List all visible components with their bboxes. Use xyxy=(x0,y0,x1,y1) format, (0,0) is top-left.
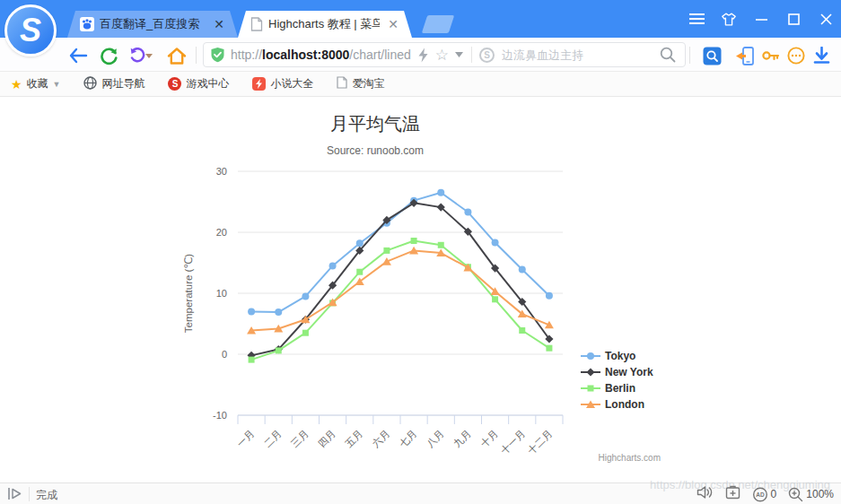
statusbar-tools: AD 0 100% xyxy=(696,483,834,504)
bookmark-site-navigation[interactable]: 网址导航 xyxy=(83,76,145,92)
data-point xyxy=(546,292,553,300)
chart-credit[interactable]: Highcharts.com xyxy=(599,453,661,463)
x-axis-label: 一月 xyxy=(234,428,256,449)
bookmarks-bar: ★ 收藏 ▼ 网址导航 S 游戏中心 小说大全 爱淘宝 xyxy=(0,72,841,97)
tab-baidu-translate[interactable]: 百度翻译_百度搜索 ✕ xyxy=(67,11,238,38)
maximize-button[interactable] xyxy=(785,11,802,27)
x-axis-label: 六月 xyxy=(370,428,391,449)
tab-highcharts-tutorial[interactable]: Highcharts 教程 | 菜鸟教 ✕ xyxy=(238,11,412,38)
ad-count: 0 xyxy=(771,488,777,500)
address-bar[interactable]: http://localhost:8000/chart/lined ☆ S xyxy=(203,42,686,67)
data-point xyxy=(492,296,498,302)
data-point xyxy=(382,257,391,265)
home-button[interactable] xyxy=(165,44,188,67)
tab-close-icon[interactable]: ✕ xyxy=(385,16,401,32)
toolbar-divider xyxy=(689,47,690,64)
password-key-icon[interactable] xyxy=(759,45,781,66)
send-to-phone-icon[interactable] xyxy=(734,45,756,66)
favorites-caret-icon: ▼ xyxy=(53,80,61,89)
data-point xyxy=(249,357,255,363)
data-point xyxy=(464,209,471,216)
game-center-icon: S xyxy=(168,77,181,91)
navigation-toolbar: http://localhost:8000/chart/lined ☆ S xyxy=(0,38,841,72)
x-axis-label: 八月 xyxy=(425,428,446,449)
legend-item-tokyo[interactable]: Tokyo xyxy=(580,348,653,364)
data-point xyxy=(276,347,282,353)
speaker-icon[interactable] xyxy=(696,485,714,503)
statusbar-divider xyxy=(29,487,30,501)
window-controls xyxy=(688,0,834,38)
field-divider xyxy=(471,47,472,63)
bookmark-favorites[interactable]: ★ 收藏 ▼ xyxy=(11,76,60,91)
data-point xyxy=(438,242,444,248)
legend-item-berlin[interactable]: Berlin xyxy=(580,380,653,396)
x-axis-label: 十月 xyxy=(478,428,500,449)
lightning-accelerate-icon[interactable] xyxy=(417,48,429,63)
url-host: localhost:8000 xyxy=(262,48,349,62)
close-button[interactable] xyxy=(818,11,834,27)
data-point xyxy=(546,345,552,352)
data-point xyxy=(492,239,499,247)
bookmark-label: 网址导航 xyxy=(101,76,145,91)
refresh-button[interactable] xyxy=(97,44,120,67)
favorites-star-icon: ★ xyxy=(11,78,22,91)
theme-skin-icon[interactable] xyxy=(721,11,737,27)
tab-close-icon[interactable]: ✕ xyxy=(211,16,227,32)
search-input[interactable] xyxy=(502,48,653,62)
tab-title: Highcharts 教程 | 菜鸟教 xyxy=(268,16,380,32)
bookmark-star-icon[interactable]: ☆ xyxy=(435,48,449,63)
ad-blocker-indicator[interactable]: AD 0 xyxy=(752,487,777,502)
x-axis-label: 十一月 xyxy=(498,428,527,456)
bookmark-aitaobao[interactable]: 爱淘宝 xyxy=(337,76,384,91)
menu-icon[interactable] xyxy=(688,11,705,27)
legend-item-new-york[interactable]: New York xyxy=(580,364,653,380)
bookmark-label: 小说大全 xyxy=(270,76,313,91)
legend-item-london[interactable]: London xyxy=(580,396,653,413)
page-icon xyxy=(337,76,347,91)
status-text: 完成 xyxy=(36,488,57,503)
bookmark-label: 收藏 xyxy=(27,76,48,91)
x-axis-label: 十二月 xyxy=(526,428,555,456)
data-point xyxy=(302,330,309,336)
data-point xyxy=(356,269,363,275)
screenshot-search-icon[interactable] xyxy=(701,45,723,66)
series-line-london xyxy=(251,250,549,330)
legend-marker-icon xyxy=(580,383,601,394)
temperature-line-chart: -100102030一月二月三月四月五月六月七月八月九月十月十一月十二月Temp… xyxy=(0,97,841,482)
new-tab-button[interactable] xyxy=(422,15,454,33)
site-security-shield-icon[interactable] xyxy=(210,47,225,63)
url-path: /chart/lined xyxy=(349,48,410,62)
bookmark-novels[interactable]: 小说大全 xyxy=(252,76,313,91)
minimize-button[interactable] xyxy=(753,11,769,27)
x-axis-label: 五月 xyxy=(343,428,364,449)
address-dropdown-caret[interactable] xyxy=(455,52,463,57)
sogou-logo[interactable]: S xyxy=(4,4,57,56)
legend-marker-icon xyxy=(580,367,601,378)
search-icon[interactable] xyxy=(660,47,676,63)
sidebar-expand-icon[interactable] xyxy=(7,486,23,504)
browser-viewport: 月平均气温 Source: runoob.com -100102030一月二月三… xyxy=(0,97,841,482)
legend-label: Berlin xyxy=(605,382,635,395)
x-axis-label: 三月 xyxy=(289,428,311,449)
data-point xyxy=(302,292,309,300)
bookmark-game-center[interactable]: S 游戏中心 xyxy=(168,76,229,91)
legend-marker-icon xyxy=(580,399,601,410)
x-axis-label: 九月 xyxy=(451,428,473,449)
statusbar: 完成 https://blog.csdn.net/chengqiuming AD… xyxy=(0,482,841,504)
data-point xyxy=(411,238,417,244)
more-tools-icon[interactable] xyxy=(785,45,807,66)
download-icon[interactable] xyxy=(810,45,832,66)
data-point xyxy=(545,321,554,329)
data-point xyxy=(519,327,525,334)
search-engine-icon[interactable]: S xyxy=(479,48,495,63)
data-point xyxy=(356,239,364,247)
svg-text:AD: AD xyxy=(756,491,765,498)
undo-dropdown-caret[interactable] xyxy=(144,44,154,67)
baidu-icon xyxy=(80,17,94,31)
zoom-control[interactable]: 100% xyxy=(788,487,834,502)
capture-collect-icon[interactable] xyxy=(725,485,740,503)
titlebar: 百度翻译_百度搜索 ✕ Highcharts 教程 | 菜鸟教 ✕ xyxy=(0,0,841,38)
url-text[interactable]: http://localhost:8000/chart/lined xyxy=(231,48,411,62)
legend-label: New York xyxy=(605,366,653,378)
back-button[interactable] xyxy=(66,44,90,67)
